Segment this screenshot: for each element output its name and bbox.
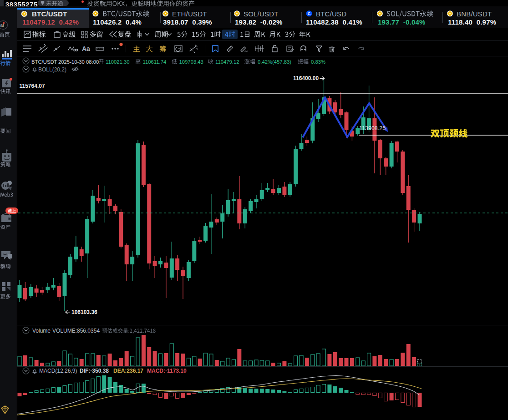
svg-text:110021.30: 110021.30 [106,59,130,65]
svg-text:109703.43: 109703.43 [179,59,203,65]
svg-text:MACD(12,26,9): MACD(12,26,9) [39,368,77,374]
svg-text:113908.25: 113908.25 [359,125,386,132]
svg-text:DIF:-350.38: DIF:-350.38 [80,368,109,374]
svg-text:MACD:-1173.10: MACD:-1173.10 [147,368,187,374]
svg-text:110611.74: 110611.74 [143,59,167,65]
svg-text:BTC/USDT: BTC/USDT [31,59,57,65]
svg-text:VOLUME:856.0354: VOLUME:856.0354 [52,328,100,334]
svg-text:116400.00: 116400.00 [293,75,319,81]
svg-text:Volume: Volume [32,328,51,334]
svg-text:C: C [308,11,311,16]
svg-text:115764.07: 115764.07 [20,83,45,89]
svg-text:106103.36: 106103.36 [71,309,97,315]
svg-text:BOLL(20,2): BOLL(20,2) [38,66,66,73]
svg-text:2025-10-30 08:00: 2025-10-30 08:00 [58,59,99,65]
svg-text:110479.12: 110479.12 [215,59,239,65]
svg-text:0.83%: 0.83% [311,59,325,65]
svg-text:0.42%(457.83): 0.42%(457.83) [258,59,291,65]
svg-text:DEA:236.17: DEA:236.17 [113,368,143,374]
